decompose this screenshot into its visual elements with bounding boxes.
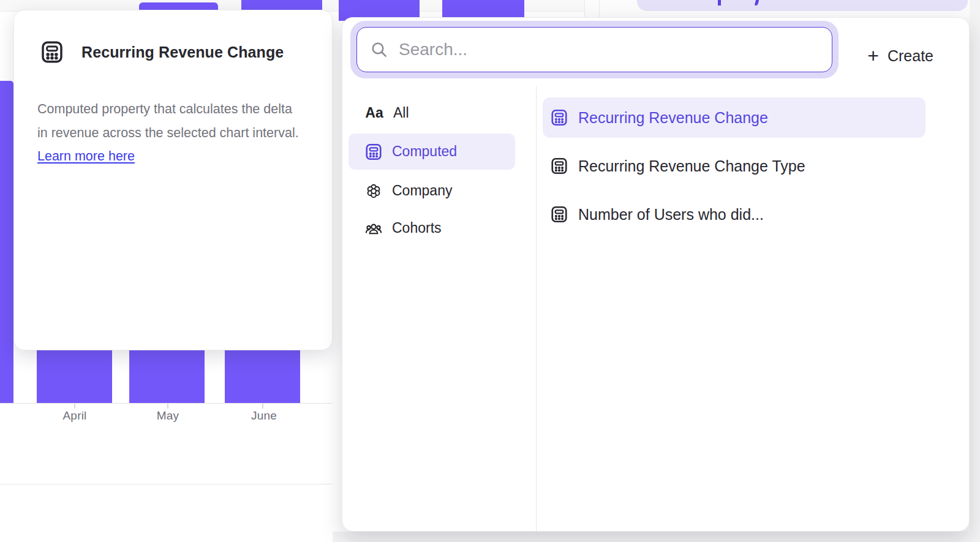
calculator-icon [550,108,568,127]
search-focus-ring [350,21,839,78]
property-title: Recurring Revenue Change [81,43,284,61]
plus-icon: + [867,46,879,66]
axis-tick [74,404,75,408]
background-card-edge [584,0,585,17]
result-number-of-users-who-did[interactable]: Number of Users who did... [543,194,925,235]
property-description: Computed property that calculates the de… [37,97,306,168]
calculator-icon [550,205,568,224]
axis-tick [262,404,263,408]
text-aa-icon: Aa [364,105,384,121]
property-description-text: Computed property that calculates the de… [37,102,299,140]
search-box[interactable] [356,27,832,72]
background-section-divider [0,484,333,484]
calculator-icon [40,40,64,64]
calculator-icon [550,157,568,175]
background-property-pill[interactable] [637,0,968,11]
page-gutter-right [970,0,980,542]
learn-more-link[interactable]: Learn more here [37,149,135,164]
cohorts-people-icon [364,219,383,238]
create-button[interactable]: + Create [867,40,933,72]
page-gutter-bottom [333,532,970,542]
clipped-text-fragment [718,0,721,6]
x-axis-line [0,403,333,404]
background-card-edge [599,0,600,17]
axis-label-april: April [62,409,86,423]
category-cohorts[interactable]: Cohorts [349,210,515,246]
category-company[interactable]: Company [349,173,515,209]
category-computed[interactable]: Computed [349,134,515,170]
company-cluster-icon [364,182,383,200]
axis-tick [167,404,168,408]
app-screenshot: April May June Recurring Revenue Change … [0,0,980,542]
axis-label-june: June [251,409,277,423]
result-recurring-revenue-change[interactable]: Recurring Revenue Change [543,97,925,138]
result-recurring-revenue-change-type[interactable]: Recurring Revenue Change Type [543,146,925,186]
calculator-icon [364,143,383,161]
column-divider [536,86,537,532]
property-picker-panel: + Create Aa All Computed Company [342,17,970,532]
category-all[interactable]: Aa All [349,95,515,131]
search-input[interactable] [399,40,820,59]
chart-bar-partial [0,81,13,403]
search-icon [369,40,389,59]
property-definition-card: Recurring Revenue Change Computed proper… [13,10,333,350]
axis-label-may: May [157,409,179,423]
